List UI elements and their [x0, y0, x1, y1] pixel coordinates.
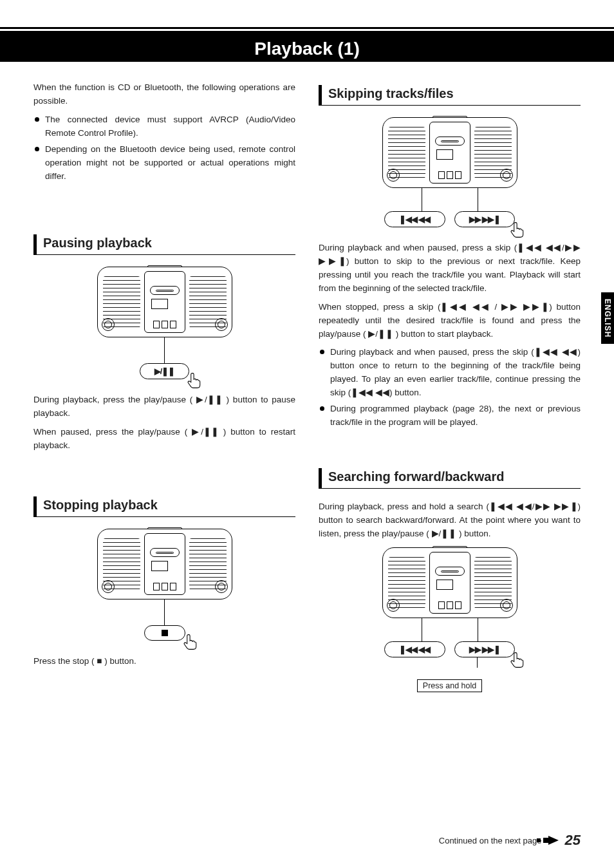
continue-arrow-icon: [548, 836, 559, 845]
skipping-diagram: ❚◀◀ ◀◀ ▶▶ ▶▶❚: [319, 117, 581, 227]
skipping-heading: Skipping tracks/files: [319, 85, 581, 106]
hand-pointer-icon: [181, 633, 200, 651]
intro-text: When the function is CD or Bluetooth, th…: [33, 81, 295, 108]
press-hold-label: Press and hold: [417, 679, 482, 692]
stopping-diagram: [33, 529, 295, 641]
page-number: 25: [565, 832, 581, 849]
skipping-p1: During playback and when paused, press a…: [319, 241, 581, 296]
skip-next-icon: ▶▶ ▶▶❚: [469, 214, 501, 224]
pausing-p2: When paused, press the play/pause ( ▶/❚❚…: [33, 426, 295, 453]
searching-heading: Searching forward/backward: [319, 468, 581, 489]
pausing-heading: Pausing playback: [33, 234, 295, 255]
pausing-p1: During playback, press the play/pause ( …: [33, 393, 295, 420]
continued-label: Continued on the next page: [439, 836, 542, 845]
hand-pointer-icon: [508, 651, 526, 669]
page-title-text: Playback (1): [254, 39, 359, 59]
search-prev-icon: ❚◀◀ ◀◀: [399, 645, 431, 654]
left-column: When the function is CD or Bluetooth, th…: [33, 81, 295, 706]
right-column: Skipping tracks/files: [319, 81, 581, 706]
search-next-callout: ▶▶ ▶▶❚: [454, 641, 516, 657]
footer: Continued on the next page 25: [33, 832, 581, 849]
intro-bullet: Depending on the Bluetooth device being …: [33, 143, 295, 184]
searching-diagram: ❚◀◀ ◀◀ ▶▶ ▶▶❚ Press and hold: [319, 547, 581, 692]
page-title: Playback (1): [0, 31, 614, 62]
skipping-bullet: During programmed playback (page 28), th…: [319, 402, 581, 429]
search-next-icon: ▶▶ ▶▶❚: [469, 645, 501, 654]
stopping-heading: Stopping playback: [33, 496, 295, 517]
language-tab: ENGLISH: [601, 292, 614, 344]
skip-prev-callout: ❚◀◀ ◀◀: [384, 211, 445, 227]
stop-icon: [162, 630, 168, 636]
skipping-p2: When stopped, press a skip (❚◀◀ ◀◀ / ▶▶ …: [319, 301, 581, 341]
searching-p1: During playback, press and hold a search…: [319, 500, 581, 541]
search-prev-callout: ❚◀◀ ◀◀: [384, 641, 445, 657]
stop-callout: [144, 625, 185, 641]
hand-pointer-icon: [185, 372, 203, 390]
skip-next-callout: ▶▶ ▶▶❚: [454, 211, 516, 227]
skipping-bullets: During playback and when paused, press t…: [319, 346, 581, 429]
pausing-diagram: ▶/❚❚: [33, 267, 295, 379]
play-pause-callout: ▶/❚❚: [140, 363, 190, 379]
skipping-bullet: During playback and when paused, press t…: [319, 346, 581, 400]
intro-bullets: The connected device must support AVRCP …: [33, 113, 295, 184]
intro-bullet: The connected device must support AVRCP …: [33, 113, 295, 140]
stopping-p1: Press the stop ( ■ ) button.: [33, 655, 295, 668]
hand-pointer-icon: [508, 221, 526, 239]
play-pause-icon: ▶/❚❚: [154, 366, 175, 376]
skip-prev-icon: ❚◀◀ ◀◀: [399, 214, 431, 224]
